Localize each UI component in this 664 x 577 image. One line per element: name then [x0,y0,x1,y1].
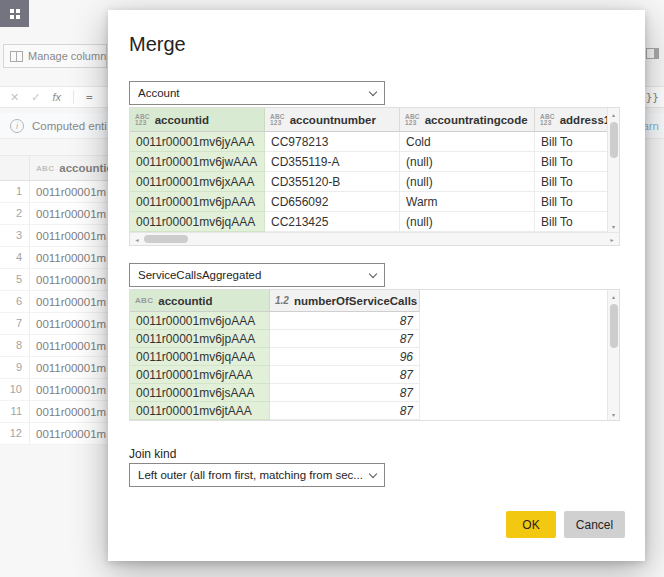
cell[interactable]: 0011r00001mv6jpAAA [130,192,265,212]
cell[interactable]: CD355120-B [265,172,400,192]
cell[interactable]: (null) [400,212,535,232]
header-filler [420,290,607,312]
cell[interactable]: 0011r00001mv6joAAA [130,312,270,330]
cell[interactable]: Bill To [535,172,607,192]
scroll-right-icon[interactable]: ▸ [606,233,618,246]
cell[interactable]: 87 [270,402,420,420]
first-table-preview: ABC123 accountid ABC123 accountnumber AB… [129,107,620,246]
join-kind-label: Join kind [129,447,176,461]
cell[interactable]: CC978213 [265,132,400,152]
cell[interactable]: (null) [400,152,535,172]
cell[interactable]: 0011r00001mv6jqAAA [130,348,270,366]
row-filler [420,348,607,366]
table-row: 0011r00001mv6jqAAA CC213425 (null) Bill … [130,212,607,232]
cell[interactable]: 87 [270,312,420,330]
table-row: 0011r00001mv6jrAAA 87 [130,366,607,384]
cell[interactable]: 0011r00001mv6jrAAA [130,366,270,384]
dialog-title: Merge [129,33,186,56]
header-row: ABC accountid 1.2 numberOfServiceCalls [130,290,607,312]
column-label: accountnumber [290,114,376,126]
row-filler [420,384,607,402]
vertical-scrollbar[interactable]: ▴ ▾ [607,108,619,232]
cell[interactable]: Bill To [535,192,607,212]
column-label: numberOfServiceCalls [294,295,417,307]
scroll-up-icon[interactable]: ▴ [608,290,619,302]
column-header-accountratingcode[interactable]: ABC123 accountratingcode [400,108,535,132]
scroll-down-icon[interactable]: ▾ [608,408,619,420]
vertical-scrollbar[interactable]: ▴ ▾ [607,290,619,420]
cell[interactable]: 0011r00001mv6jsAAA [130,384,270,402]
join-kind-select[interactable]: Left outer (all from first, matching fro… [129,463,385,487]
chevron-down-icon [369,269,377,277]
column-header-numberofservicecalls[interactable]: 1.2 numberOfServiceCalls [270,290,420,312]
scroll-down-icon[interactable]: ▾ [608,220,619,232]
cell[interactable]: 0011r00001mv6jpAAA [130,330,270,348]
table-row: 0011r00001mv6jpAAA CD656092 Warm Bill To [130,192,607,212]
merge-dialog: Merge Account ABC123 accountid ABC123 ac… [108,10,645,561]
cell[interactable]: CD355119-A [265,152,400,172]
column-header-accountnumber[interactable]: ABC123 accountnumber [265,108,400,132]
column-label: accountid [158,295,212,307]
scroll-up-icon[interactable]: ▴ [608,108,619,120]
ok-button[interactable]: OK [506,511,556,538]
table-row: 0011r00001mv6joAAA 87 [130,312,607,330]
table-row: 0011r00001mv6jwAAA CD355119-A (null) Bil… [130,152,607,172]
cell[interactable]: Bill To [535,152,607,172]
cell[interactable]: CC213425 [265,212,400,232]
row-filler [420,366,607,384]
cell[interactable]: Bill To [535,132,607,152]
table-row: 0011r00001mv6jsAAA 87 [130,384,607,402]
any-type-icon: ABC123 [540,114,555,126]
cell[interactable]: Warm [400,192,535,212]
cell[interactable]: 96 [270,348,420,366]
row-filler [420,330,607,348]
header-row: ABC123 accountid ABC123 accountnumber AB… [130,108,607,132]
table-row: 0011r00001mv6jyAAA CC978213 Cold Bill To [130,132,607,152]
chevron-down-icon [369,469,377,477]
cell[interactable]: (null) [400,172,535,192]
scroll-left-icon[interactable]: ◂ [131,233,143,246]
cell[interactable]: Cold [400,132,535,152]
screen: Manage columns ✕ ✓ fx = }}} i Computed e… [0,0,664,577]
column-label: address1_addr [560,114,607,126]
decimal-type-icon: 1.2 [275,295,289,306]
horizontal-scrollbar[interactable]: ◂ ▸ [130,232,619,245]
table-row: 0011r00001mv6jtAAA 87 [130,402,607,420]
cell[interactable]: Bill To [535,212,607,232]
column-label: accountid [155,114,209,126]
second-table-select[interactable]: ServiceCallsAggregated [129,263,385,287]
second-table-preview: ABC accountid 1.2 numberOfServiceCalls 0… [129,289,620,421]
scrollbar-thumb[interactable] [144,235,188,243]
first-table-select[interactable]: Account [129,81,385,105]
table-row: 0011r00001mv6jpAAA 87 [130,330,607,348]
row-filler [420,402,607,420]
row-filler [420,312,607,330]
scrollbar-thumb[interactable] [610,122,618,158]
text-type-icon: ABC [135,296,153,305]
table-row: 0011r00001mv6jqAAA 96 [130,348,607,366]
cell[interactable]: 0011r00001mv6jxAAA [130,172,265,192]
column-header-accountid[interactable]: ABC123 accountid [130,108,265,132]
cell[interactable]: 0011r00001mv6jqAAA [130,212,265,232]
cancel-button[interactable]: Cancel [564,511,625,538]
cell[interactable]: 87 [270,366,420,384]
cell[interactable]: 0011r00001mv6jwAAA [130,152,265,172]
cell[interactable]: 0011r00001mv6jyAAA [130,132,265,152]
cell[interactable]: 0011r00001mv6jtAAA [130,402,270,420]
column-label: accountratingcode [425,114,528,126]
cell[interactable]: CD656092 [265,192,400,212]
chevron-down-icon [369,87,377,95]
column-header-address1[interactable]: ABC123 address1_addr [535,108,607,132]
table-row: 0011r00001mv6jxAAA CD355120-B (null) Bil… [130,172,607,192]
scrollbar-thumb[interactable] [610,304,618,348]
cell[interactable]: 87 [270,330,420,348]
any-type-icon: ABC123 [135,114,150,126]
first-table-select-value: Account [138,87,364,99]
any-type-icon: ABC123 [270,114,285,126]
cell[interactable]: 87 [270,384,420,402]
any-type-icon: ABC123 [405,114,420,126]
join-kind-select-value: Left outer (all from first, matching fro… [138,469,364,481]
second-table-select-value: ServiceCallsAggregated [138,269,364,281]
column-header-accountid[interactable]: ABC accountid [130,290,270,312]
